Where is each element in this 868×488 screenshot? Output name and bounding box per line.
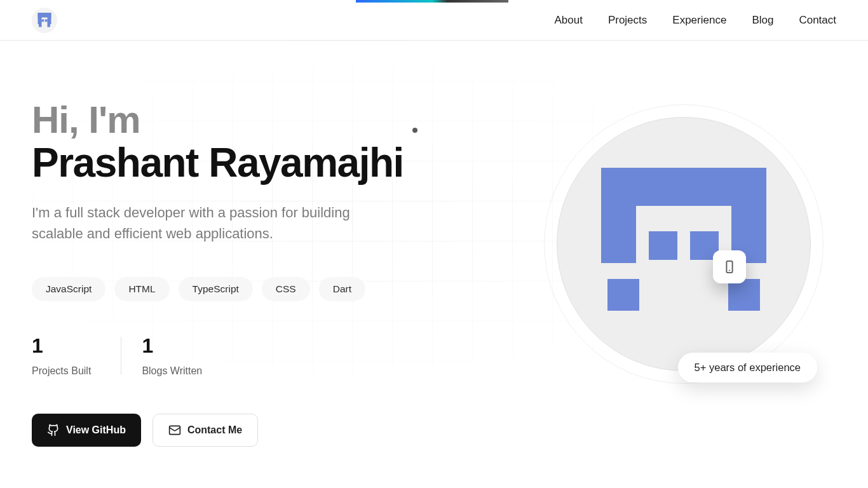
nav-link-experience[interactable]: Experience: [672, 14, 726, 27]
skill-chip: CSS: [262, 277, 310, 301]
site-logo[interactable]: [32, 8, 57, 33]
nav-link-contact[interactable]: Contact: [799, 14, 836, 27]
main-content: Hi, I'm Prashant Rayamajhi I'm a full st…: [0, 41, 868, 488]
stat-label: Blogs Written: [142, 365, 202, 377]
avatar-glyph-icon: [588, 161, 779, 327]
skill-chip: TypeScript: [179, 277, 253, 301]
mail-icon: [168, 424, 181, 437]
svg-rect-10: [731, 168, 766, 263]
stats-row: 1 Projects Built 1 Blogs Written: [32, 334, 477, 377]
device-badge: [713, 250, 746, 283]
svg-rect-11: [649, 231, 677, 260]
skill-chip: HTML: [114, 277, 169, 301]
logo-icon: [35, 11, 54, 30]
hero-name-wrap: Prashant Rayamajhi: [32, 139, 403, 184]
nav-link-about[interactable]: About: [554, 14, 582, 27]
stat-value: 1: [32, 334, 91, 358]
top-accent-stripe: [356, 0, 508, 3]
stat-value: 1: [142, 334, 202, 358]
site-header: About Projects Experience Blog Contact: [0, 0, 868, 41]
github-icon: [47, 424, 60, 437]
svg-rect-7: [170, 426, 180, 435]
avatar: [557, 117, 811, 371]
svg-rect-1: [38, 13, 42, 24]
hero-name: Prashant Rayamajhi: [32, 142, 403, 184]
smartphone-icon: [722, 260, 736, 274]
hero-avatar-area: 5+ years of experience: [557, 117, 811, 371]
primary-nav: About Projects Experience Blog Contact: [554, 14, 836, 27]
svg-rect-3: [42, 19, 44, 22]
skill-chip-row: JavaScript HTML TypeScript CSS Dart: [32, 277, 477, 301]
stat-label: Projects Built: [32, 365, 91, 377]
svg-rect-14: [728, 279, 760, 311]
svg-rect-2: [48, 13, 51, 24]
button-label: Contact Me: [187, 424, 242, 436]
stat-blogs: 1 Blogs Written: [142, 334, 253, 377]
skill-chip: JavaScript: [32, 277, 105, 301]
accent-dot-icon: [412, 128, 417, 133]
svg-rect-9: [601, 168, 636, 263]
contact-me-button[interactable]: Contact Me: [153, 414, 258, 447]
svg-rect-5: [39, 24, 42, 27]
hero-section: Hi, I'm Prashant Rayamajhi I'm a full st…: [32, 41, 477, 447]
skill-chip: Dart: [319, 277, 365, 301]
nav-link-blog[interactable]: Blog: [752, 14, 773, 27]
svg-rect-4: [45, 19, 48, 22]
button-label: View GitHub: [66, 424, 126, 436]
stat-projects: 1 Projects Built: [32, 334, 142, 377]
hero-tagline: I'm a full stack developer with a passio…: [32, 202, 400, 244]
hero-button-row: View GitHub Contact Me: [32, 414, 477, 447]
view-github-button[interactable]: View GitHub: [32, 414, 141, 447]
svg-rect-13: [607, 279, 639, 311]
hero-greeting: Hi, I'm: [32, 101, 477, 139]
experience-badge: 5+ years of experience: [678, 353, 817, 383]
svg-rect-6: [48, 24, 51, 27]
nav-link-projects[interactable]: Projects: [608, 14, 647, 27]
